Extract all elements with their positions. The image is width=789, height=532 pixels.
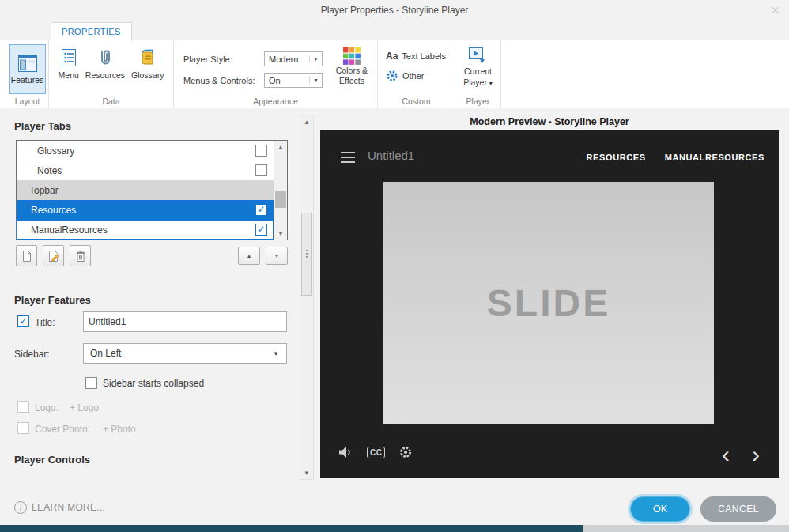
scroll-up-icon[interactable]: ▲ bbox=[274, 141, 287, 153]
logo-checkbox[interactable] bbox=[17, 401, 29, 413]
row-label: Topbar bbox=[17, 185, 274, 196]
current-player-label-line1: Current bbox=[464, 66, 492, 77]
color-swatches-icon bbox=[342, 47, 361, 66]
group-label-custom: Custom bbox=[378, 96, 455, 106]
resources-button[interactable]: Resources bbox=[83, 47, 127, 92]
book-icon bbox=[138, 48, 157, 67]
player-tab-row-topbar[interactable]: Topbar bbox=[17, 180, 274, 200]
features-button[interactable]: Features bbox=[9, 44, 46, 94]
current-player-label-line2: Player bbox=[463, 77, 487, 87]
title-input[interactable] bbox=[83, 311, 287, 332]
ribbon-tab-row: PROPERTIES bbox=[0, 22, 789, 40]
learn-more-link[interactable]: i LEARN MORE... bbox=[14, 501, 105, 514]
checkmark: ✓ bbox=[19, 316, 27, 326]
closed-captions-icon[interactable]: CC bbox=[367, 447, 385, 458]
previous-slide-icon[interactable]: ‹ bbox=[722, 443, 730, 466]
scroll-up-icon[interactable]: ▲ bbox=[300, 115, 313, 128]
list-scroll-track[interactable] bbox=[274, 153, 287, 228]
group-label-layout: Layout bbox=[6, 96, 48, 106]
player-style-value: Modern bbox=[265, 55, 309, 64]
preview-tab-resources[interactable]: RESOURCES bbox=[587, 153, 646, 162]
menus-controls-value: On bbox=[265, 76, 309, 85]
preview-controls: CC bbox=[338, 445, 413, 459]
add-logo-link[interactable]: + Logo bbox=[70, 402, 99, 413]
text-labels-button[interactable]: Aa Text Labels bbox=[386, 51, 446, 62]
move-toolbar: ▴ ▾ bbox=[238, 247, 288, 265]
resources-button-label: Resources bbox=[85, 70, 125, 80]
colors-effects-label-line1: Colors & bbox=[336, 66, 368, 76]
player-tab-row-manualresources[interactable]: ManualResources ✓ bbox=[17, 220, 274, 240]
ribbon-group-player: Current Player ▾ Player bbox=[455, 40, 501, 108]
close-icon[interactable]: × bbox=[771, 2, 780, 19]
move-down-button[interactable]: ▾ bbox=[266, 247, 288, 265]
preview-player-title: Untitled1 bbox=[368, 149, 414, 162]
tab-toolbar bbox=[16, 245, 91, 266]
manualresources-checkbox[interactable]: ✓ bbox=[255, 224, 267, 236]
settings-gear-icon[interactable] bbox=[398, 445, 413, 459]
colors-effects-label-line2: Effects bbox=[339, 76, 364, 86]
sidebar-label: Sidebar: bbox=[14, 349, 50, 360]
learn-more-label: LEARN MORE... bbox=[32, 502, 105, 513]
chevron-down-icon: ▾ bbox=[309, 55, 322, 62]
features-icon bbox=[17, 54, 38, 73]
add-photo-link[interactable]: + Photo bbox=[103, 424, 136, 435]
tab-properties[interactable]: PROPERTIES bbox=[51, 22, 132, 41]
player-tab-row-notes[interactable]: Notes bbox=[17, 160, 274, 180]
cover-photo-checkbox[interactable] bbox=[17, 422, 29, 434]
move-up-button[interactable]: ▴ bbox=[238, 247, 260, 265]
grip-dots-icon bbox=[306, 250, 308, 258]
cover-photo-label: Cover Photo: bbox=[35, 424, 90, 435]
info-icon: i bbox=[14, 501, 27, 514]
list-scroll-thumb[interactable] bbox=[275, 191, 286, 208]
sidebar-collapsed-checkbox[interactable] bbox=[85, 377, 97, 389]
text-labels-label: Text Labels bbox=[402, 51, 446, 61]
colors-effects-button[interactable]: Colors & Effects bbox=[330, 47, 373, 86]
resources-checkbox[interactable]: ✓ bbox=[255, 204, 267, 216]
glossary-button[interactable]: Glossary bbox=[129, 47, 166, 92]
title-checkbox[interactable]: ✓ bbox=[17, 315, 29, 327]
new-tab-button[interactable] bbox=[16, 245, 37, 266]
row-label: Notes bbox=[17, 165, 255, 176]
ok-button[interactable]: OK bbox=[630, 496, 690, 522]
notes-checkbox[interactable] bbox=[255, 164, 267, 176]
player-tab-row-resources[interactable]: Resources ✓ bbox=[17, 200, 274, 220]
volume-icon[interactable] bbox=[338, 445, 353, 459]
chevron-down-icon: ▾ bbox=[489, 80, 493, 87]
sidebar-value: On Left bbox=[84, 348, 266, 359]
bottom-strip-right bbox=[583, 525, 789, 532]
player-tab-row-glossary[interactable]: Glossary bbox=[17, 141, 274, 160]
hamburger-menu-icon[interactable] bbox=[341, 152, 355, 166]
bottom-strip bbox=[0, 525, 583, 532]
menu-icon bbox=[60, 48, 77, 67]
glossary-button-label: Glossary bbox=[131, 70, 164, 80]
menus-controls-select[interactable]: On ▾ bbox=[264, 73, 323, 88]
slide-area: SLIDE bbox=[383, 182, 714, 424]
menu-button[interactable]: Menu bbox=[56, 47, 81, 92]
other-button[interactable]: Other bbox=[386, 70, 425, 82]
chevron-down-icon: ▾ bbox=[309, 77, 322, 84]
group-label-data: Data bbox=[49, 96, 173, 106]
player-tabs-list: Glossary Notes Topbar Resources ✓ Manual… bbox=[16, 140, 288, 240]
preview-topbar-tabs: RESOURCES MANUALRESOURCES bbox=[587, 153, 764, 162]
player-style-select[interactable]: Modern ▾ bbox=[264, 51, 323, 66]
next-slide-icon[interactable]: › bbox=[752, 443, 760, 466]
glossary-checkbox[interactable] bbox=[255, 145, 267, 157]
features-button-label: Features bbox=[11, 75, 43, 85]
sidebar-select[interactable]: On Left ▾ bbox=[83, 343, 287, 364]
panel-scroll-track[interactable] bbox=[300, 128, 313, 466]
menus-controls-label: Menus & Controls: bbox=[183, 76, 264, 85]
group-label-appearance: Appearance bbox=[174, 96, 377, 106]
preview-tab-manualresources[interactable]: MANUALRESOURCES bbox=[665, 153, 764, 162]
checkmark: ✓ bbox=[257, 205, 265, 214]
panel-scroll-thumb[interactable] bbox=[301, 213, 312, 296]
panel-scrollbar[interactable]: ▲ ▼ bbox=[300, 115, 314, 480]
scroll-down-icon[interactable]: ▼ bbox=[274, 228, 287, 240]
scroll-down-icon[interactable]: ▼ bbox=[300, 466, 313, 479]
delete-tab-button[interactable] bbox=[70, 245, 91, 266]
edit-tab-button[interactable] bbox=[43, 245, 64, 266]
ribbon-group-layout: Features Layout bbox=[6, 40, 49, 108]
player-features-heading: Player Features bbox=[14, 294, 91, 306]
cancel-button[interactable]: CANCEL bbox=[700, 496, 776, 522]
row-label: ManualResources bbox=[17, 224, 255, 236]
list-scrollbar[interactable]: ▲ ▼ bbox=[274, 141, 287, 240]
